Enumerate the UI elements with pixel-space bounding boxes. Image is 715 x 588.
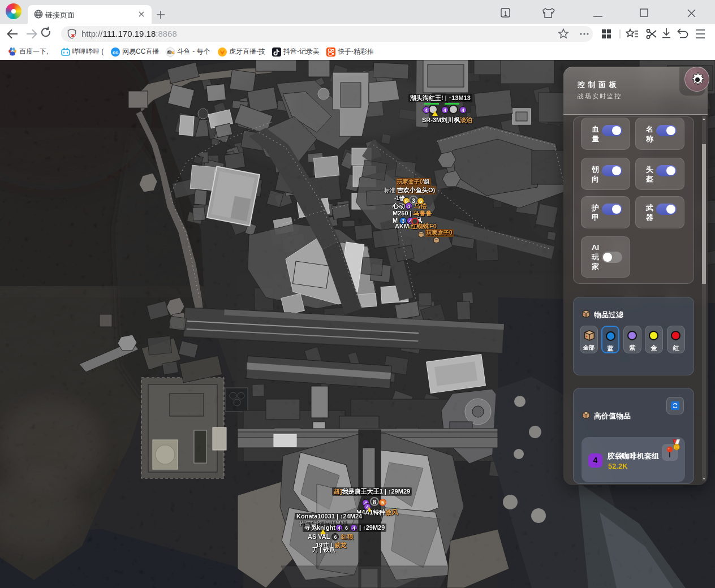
svg-text:百度一下,: 百度一下, bbox=[19, 47, 48, 55]
svg-text:虎牙直播-技: 虎牙直播-技 bbox=[229, 47, 265, 55]
svg-text:哔哩哔哩 (: 哔哩哔哩 ( bbox=[72, 47, 104, 55]
svg-text:快手-精彩推: 快手-精彩推 bbox=[337, 47, 374, 55]
svg-text:网易CC直播: 网易CC直播 bbox=[122, 47, 159, 55]
svg-text:斗鱼 - 每个: 斗鱼 - 每个 bbox=[177, 47, 210, 55]
svg-text:1: 1 bbox=[504, 11, 507, 17]
svg-text:cc: cc bbox=[113, 50, 118, 55]
svg-text:抖音-记录美: 抖音-记录美 bbox=[283, 47, 320, 55]
